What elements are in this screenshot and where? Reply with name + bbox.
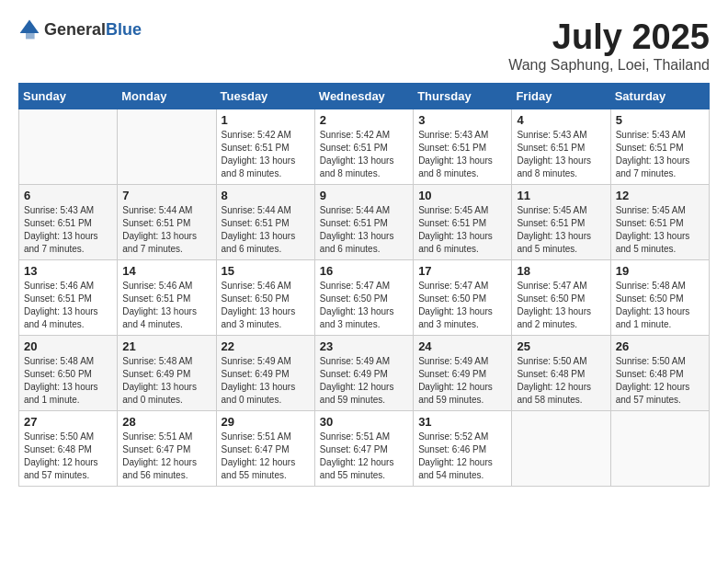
day-info: Sunrise: 5:46 AM Sunset: 6:50 PM Dayligh…	[222, 280, 310, 331]
calendar-cell: 7Sunrise: 5:44 AM Sunset: 6:51 PM Daylig…	[118, 184, 216, 259]
day-info: Sunrise: 5:43 AM Sunset: 6:51 PM Dayligh…	[24, 204, 112, 256]
day-info: Sunrise: 5:49 AM Sunset: 6:49 PM Dayligh…	[222, 355, 310, 407]
column-header-sunday: Sunday	[19, 83, 118, 109]
day-number: 10	[418, 189, 506, 202]
day-info: Sunrise: 5:45 AM Sunset: 6:51 PM Dayligh…	[616, 204, 704, 256]
calendar-cell: 25Sunrise: 5:50 AM Sunset: 6:48 PM Dayli…	[512, 335, 610, 410]
calendar-cell: 16Sunrise: 5:47 AM Sunset: 6:50 PM Dayli…	[314, 259, 413, 335]
calendar-cell: 15Sunrise: 5:46 AM Sunset: 6:50 PM Dayli…	[216, 259, 314, 335]
calendar-cell: 22Sunrise: 5:49 AM Sunset: 6:49 PM Dayli…	[216, 335, 314, 410]
day-number: 8	[222, 189, 310, 202]
calendar-cell: 13Sunrise: 5:46 AM Sunset: 6:51 PM Dayli…	[19, 259, 118, 335]
day-number: 4	[517, 113, 605, 127]
day-info: Sunrise: 5:42 AM Sunset: 6:51 PM Dayligh…	[222, 129, 310, 180]
day-info: Sunrise: 5:45 AM Sunset: 6:51 PM Dayligh…	[418, 204, 506, 256]
day-info: Sunrise: 5:48 AM Sunset: 6:50 PM Dayligh…	[616, 280, 704, 331]
column-header-monday: Monday	[118, 83, 216, 109]
column-header-tuesday: Tuesday	[216, 83, 314, 109]
day-number: 17	[418, 264, 506, 278]
calendar-cell: 26Sunrise: 5:50 AM Sunset: 6:48 PM Dayli…	[610, 335, 709, 410]
calendar-cell: 31Sunrise: 5:52 AM Sunset: 6:46 PM Dayli…	[414, 410, 512, 486]
day-number: 14	[122, 264, 210, 278]
calendar-week-4: 20Sunrise: 5:48 AM Sunset: 6:50 PM Dayli…	[19, 335, 710, 410]
day-number: 18	[517, 264, 605, 278]
day-info: Sunrise: 5:50 AM Sunset: 6:48 PM Dayligh…	[517, 355, 605, 407]
day-info: Sunrise: 5:43 AM Sunset: 6:51 PM Dayligh…	[616, 129, 704, 180]
calendar-cell	[610, 410, 709, 486]
day-info: Sunrise: 5:43 AM Sunset: 6:51 PM Dayligh…	[418, 129, 506, 180]
day-info: Sunrise: 5:43 AM Sunset: 6:51 PM Dayligh…	[517, 129, 605, 180]
day-info: Sunrise: 5:51 AM Sunset: 6:47 PM Dayligh…	[122, 431, 210, 482]
month-title: July 2025	[508, 18, 710, 57]
day-number: 7	[122, 189, 210, 202]
calendar-cell: 6Sunrise: 5:43 AM Sunset: 6:51 PM Daylig…	[19, 184, 118, 259]
calendar-week-2: 6Sunrise: 5:43 AM Sunset: 6:51 PM Daylig…	[19, 184, 710, 259]
day-info: Sunrise: 5:48 AM Sunset: 6:49 PM Dayligh…	[122, 355, 210, 407]
calendar-cell: 11Sunrise: 5:45 AM Sunset: 6:51 PM Dayli…	[512, 184, 610, 259]
calendar-header-row: SundayMondayTuesdayWednesdayThursdayFrid…	[19, 83, 710, 109]
day-number: 30	[320, 415, 408, 429]
title-block: July 2025 Wang Saphung, Loei, Thailand	[508, 18, 710, 74]
calendar-cell	[118, 109, 216, 184]
day-info: Sunrise: 5:44 AM Sunset: 6:51 PM Dayligh…	[320, 204, 408, 256]
page-header: GeneralBlue July 2025 Wang Saphung, Loei…	[18, 18, 710, 74]
day-info: Sunrise: 5:44 AM Sunset: 6:51 PM Dayligh…	[222, 204, 310, 256]
calendar-cell: 10Sunrise: 5:45 AM Sunset: 6:51 PM Dayli…	[414, 184, 512, 259]
calendar-cell: 2Sunrise: 5:42 AM Sunset: 6:51 PM Daylig…	[314, 109, 413, 184]
day-number: 25	[517, 339, 605, 353]
calendar-cell: 17Sunrise: 5:47 AM Sunset: 6:50 PM Dayli…	[414, 259, 512, 335]
day-number: 29	[222, 415, 310, 429]
day-info: Sunrise: 5:51 AM Sunset: 6:47 PM Dayligh…	[222, 431, 310, 482]
calendar-cell: 20Sunrise: 5:48 AM Sunset: 6:50 PM Dayli…	[19, 335, 118, 410]
calendar-cell: 27Sunrise: 5:50 AM Sunset: 6:48 PM Dayli…	[19, 410, 118, 486]
day-info: Sunrise: 5:47 AM Sunset: 6:50 PM Dayligh…	[517, 280, 605, 331]
svg-marker-1	[26, 33, 35, 39]
calendar-week-3: 13Sunrise: 5:46 AM Sunset: 6:51 PM Dayli…	[19, 259, 710, 335]
day-number: 27	[24, 415, 112, 429]
day-info: Sunrise: 5:44 AM Sunset: 6:51 PM Dayligh…	[122, 204, 210, 256]
day-number: 5	[616, 113, 704, 127]
day-info: Sunrise: 5:50 AM Sunset: 6:48 PM Dayligh…	[24, 431, 112, 482]
day-info: Sunrise: 5:46 AM Sunset: 6:51 PM Dayligh…	[122, 280, 210, 331]
svg-marker-0	[20, 20, 40, 33]
day-number: 13	[24, 264, 112, 278]
day-number: 31	[418, 415, 506, 429]
calendar-cell	[512, 410, 610, 486]
calendar-cell: 28Sunrise: 5:51 AM Sunset: 6:47 PM Dayli…	[118, 410, 216, 486]
calendar-week-5: 27Sunrise: 5:50 AM Sunset: 6:48 PM Dayli…	[19, 410, 710, 486]
calendar-cell: 5Sunrise: 5:43 AM Sunset: 6:51 PM Daylig…	[610, 109, 709, 184]
calendar-cell: 3Sunrise: 5:43 AM Sunset: 6:51 PM Daylig…	[414, 109, 512, 184]
day-number: 20	[24, 339, 112, 353]
day-info: Sunrise: 5:49 AM Sunset: 6:49 PM Dayligh…	[320, 355, 408, 407]
calendar-cell	[19, 109, 118, 184]
day-number: 16	[320, 264, 408, 278]
logo-icon	[18, 18, 40, 40]
day-info: Sunrise: 5:49 AM Sunset: 6:49 PM Dayligh…	[418, 355, 506, 407]
day-info: Sunrise: 5:47 AM Sunset: 6:50 PM Dayligh…	[320, 280, 408, 331]
day-info: Sunrise: 5:48 AM Sunset: 6:50 PM Dayligh…	[24, 355, 112, 407]
day-info: Sunrise: 5:51 AM Sunset: 6:47 PM Dayligh…	[320, 431, 408, 482]
column-header-saturday: Saturday	[610, 83, 709, 109]
column-header-wednesday: Wednesday	[314, 83, 413, 109]
day-info: Sunrise: 5:42 AM Sunset: 6:51 PM Dayligh…	[320, 129, 408, 180]
day-number: 6	[24, 189, 112, 202]
day-number: 26	[616, 339, 704, 353]
calendar-cell: 23Sunrise: 5:49 AM Sunset: 6:49 PM Dayli…	[314, 335, 413, 410]
calendar-cell: 9Sunrise: 5:44 AM Sunset: 6:51 PM Daylig…	[314, 184, 413, 259]
day-number: 23	[320, 339, 408, 353]
logo-general: GeneralBlue	[44, 21, 142, 39]
day-number: 22	[222, 339, 310, 353]
day-info: Sunrise: 5:47 AM Sunset: 6:50 PM Dayligh…	[418, 280, 506, 331]
calendar-cell: 4Sunrise: 5:43 AM Sunset: 6:51 PM Daylig…	[512, 109, 610, 184]
day-number: 2	[320, 113, 408, 127]
day-info: Sunrise: 5:46 AM Sunset: 6:51 PM Dayligh…	[24, 280, 112, 331]
calendar-table: SundayMondayTuesdayWednesdayThursdayFrid…	[18, 83, 710, 487]
day-number: 9	[320, 189, 408, 202]
calendar-cell: 1Sunrise: 5:42 AM Sunset: 6:51 PM Daylig…	[216, 109, 314, 184]
calendar-body: 1Sunrise: 5:42 AM Sunset: 6:51 PM Daylig…	[19, 109, 710, 486]
day-number: 11	[517, 189, 605, 202]
calendar-cell: 24Sunrise: 5:49 AM Sunset: 6:49 PM Dayli…	[414, 335, 512, 410]
day-number: 12	[616, 189, 704, 202]
day-number: 24	[418, 339, 506, 353]
calendar-cell: 18Sunrise: 5:47 AM Sunset: 6:50 PM Dayli…	[512, 259, 610, 335]
